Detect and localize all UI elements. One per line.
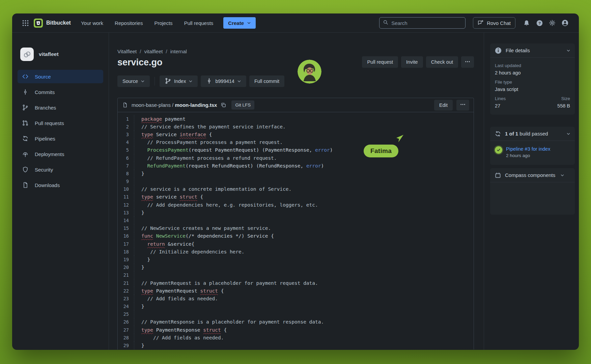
line-number[interactable]: 6 [118,155,134,161]
line-number[interactable]: 13 [118,210,134,215]
settings-gear-icon[interactable] [546,17,559,29]
breadcrumb: Vitalfleet/vitalfleet/internal [117,49,474,54]
line-number[interactable]: 23 [118,296,134,301]
detail-fields: Last updated2 hours agoFile typeJava scr… [495,63,570,92]
compass-header[interactable]: Compass components [490,168,575,182]
chevron-down-icon[interactable] [560,173,564,177]
edit-button[interactable]: Edit [434,100,453,111]
sidebar-item-label: Security [35,167,53,173]
line-number[interactable]: 11 [118,194,134,200]
line-number[interactable]: 27 [118,327,134,333]
line-number[interactable]: 1 [118,116,134,122]
sidebar-item-security[interactable]: Security [18,163,103,176]
pull-request-button[interactable]: Pull request [362,56,398,68]
profile-avatar-icon[interactable] [559,17,571,29]
breadcrumb-item[interactable]: vitalfleet [144,49,163,54]
line-number[interactable]: 26 [118,319,134,325]
nav-item-your-work[interactable]: Your work [81,20,103,26]
sidebar-item-pipelines[interactable]: Pipelines [18,132,103,145]
sidebar-item-downloads[interactable]: Downloads [18,178,103,192]
nav-item-projects[interactable]: Projects [154,20,172,26]
line-number[interactable]: 25 [118,311,134,317]
create-button[interactable]: Create [223,17,256,29]
code-text: } [134,170,474,177]
code-line: 22type PaymentRequest struct { [118,287,474,295]
chevron-down-icon[interactable] [566,132,570,136]
nav-item-pull-requests[interactable]: Pull requests [184,20,214,26]
deploy-icon [22,151,29,157]
line-number[interactable]: 20 [118,265,134,270]
right-panels: File details Last updated2 hours agoFile… [484,33,579,350]
chevron-down-icon[interactable] [566,49,570,53]
source-dropdown[interactable]: Source [117,75,150,87]
pipeline-link[interactable]: Pipeline #3 for index [506,146,550,152]
line-number[interactable]: 12 [118,202,134,208]
code-line: 21// PaymentRequest is a placeholder for… [118,279,474,287]
line-number[interactable]: 16 [118,233,134,239]
product-name: Bitbucket [46,20,71,26]
app-switcher-icon[interactable] [20,17,31,29]
branch-dropdown[interactable]: Index [160,75,198,87]
pipeline-time: 2 hours ago [506,153,550,158]
line-number[interactable]: 10 [118,186,134,192]
help-icon[interactable]: ? [533,17,546,29]
line-number[interactable]: 21 [118,272,134,278]
copy-path-icon[interactable] [221,102,226,108]
line-number[interactable]: 19 [118,257,134,262]
search-icon [383,20,388,26]
code-line: 27type PaymentResponse struct { [118,326,474,334]
sidebar-item-pull-requests[interactable]: Pull requests [18,116,103,130]
line-number[interactable]: 9 [118,179,134,184]
full-commit-button[interactable]: Full commit [249,75,284,87]
file-toolbar: Source Index b999414 Full commit [117,75,474,87]
line-number[interactable]: 14 [118,218,134,223]
line-number[interactable]: 18 [118,249,134,254]
build-passed-check-icon [495,146,502,154]
chevron-down-icon [189,79,193,83]
code-text: } [134,341,474,349]
sidebar-item-commits[interactable]: Commits [18,85,103,99]
line-number[interactable]: 29 [118,343,134,348]
search-input[interactable] [391,20,462,26]
line-number[interactable]: 15 [118,225,134,231]
line-number[interactable]: 8 [118,171,134,176]
code-line: 13} [118,209,474,216]
code-line: 21 [118,271,474,279]
code-line: 18 // Initialize dependencies here. [118,248,474,255]
code-text: // PaymentRequest is a placeholder for p… [134,279,474,287]
line-number[interactable]: 7 [118,163,134,169]
workspace-switcher[interactable]: vitafleet [18,48,103,61]
builds-header[interactable]: 1 of 1 build passed [490,127,575,141]
sidebar-item-source[interactable]: Source [18,70,103,83]
file-path-prefix[interactable]: moon-base-plans / [132,102,175,108]
line-number[interactable]: 21 [118,280,134,286]
line-number[interactable]: 2 [118,124,134,129]
breadcrumb-item[interactable]: internal [170,49,187,54]
more-icon [460,101,466,109]
source-dropdown-label: Source [122,79,138,84]
notifications-bell-icon[interactable] [520,17,533,29]
file-more-button[interactable] [456,100,469,111]
code-line: 17 return &service{ [118,240,474,248]
sidebar-item-branches[interactable]: Branches [18,101,103,114]
toolbar-divider [154,77,155,86]
bitbucket-logo[interactable]: Bitbucket [34,19,71,28]
more-actions-button[interactable] [461,56,474,68]
line-number[interactable]: 22 [118,288,134,294]
line-number[interactable]: 3 [118,132,134,137]
line-number[interactable]: 17 [118,241,134,247]
file-viewer-header: moon-base-plans / moon-landing.tsx Git L… [118,98,474,112]
sidebar-item-deployments[interactable]: Deployments [18,147,103,161]
file-details-header[interactable]: File details [490,43,575,58]
invite-button[interactable]: Invite [401,56,423,68]
line-number[interactable]: 5 [118,147,134,153]
collaborator-avatar[interactable] [298,60,321,84]
line-number[interactable]: 28 [118,335,134,340]
nav-item-repositories[interactable]: Repositories [115,20,143,26]
check-out-button[interactable]: Check out [426,56,458,68]
breadcrumb-item[interactable]: Vitalfleet [117,49,137,54]
rovo-chat-button[interactable]: Rovo Chat [473,17,515,29]
commit-dropdown[interactable]: b999414 [201,75,246,87]
line-number[interactable]: 24 [118,304,134,309]
line-number[interactable]: 4 [118,140,134,145]
